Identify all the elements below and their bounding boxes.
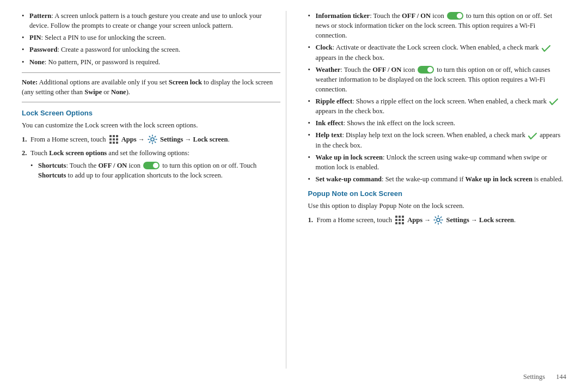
right-column: Information ticker: Touch the OFF / ON i… — [303, 11, 567, 369]
top-bullets: Pattern: A screen unlock pattern is a to… — [22, 11, 280, 67]
clock-checkmark-icon — [542, 45, 550, 52]
svg-rect-10 — [395, 216, 397, 218]
svg-point-19 — [437, 218, 440, 222]
svg-rect-18 — [402, 222, 404, 224]
svg-point-9 — [151, 138, 154, 141]
popup-settings-gear-icon — [433, 215, 443, 225]
step-1-num: 1. — [22, 134, 27, 144]
help-checkmark-icon — [528, 132, 537, 140]
svg-rect-13 — [395, 219, 397, 221]
svg-rect-3 — [109, 138, 112, 140]
settings-gear-icon — [148, 134, 157, 144]
popup-note-steps: 1. From a Home screen, touch — [308, 215, 567, 225]
bullet-help-text: Help text: Display help text on the lock… — [308, 130, 567, 150]
apps-grid-icon — [109, 134, 119, 144]
svg-rect-12 — [402, 216, 404, 218]
svg-rect-16 — [395, 222, 397, 224]
info-ticker-toggle — [447, 12, 463, 20]
bullet-ink-effect: Ink effect: Shows the ink effect on the … — [308, 118, 567, 128]
step-2-num: 2. — [22, 148, 27, 158]
svg-rect-6 — [109, 142, 112, 144]
svg-rect-15 — [402, 219, 404, 221]
note-box: Note: Additional options are available o… — [22, 72, 280, 103]
bullet-clock: Clock: Activate or deactivate the Lock s… — [308, 42, 567, 62]
svg-rect-1 — [113, 135, 115, 137]
popup-note-heading: Popup Note on Lock Screen — [308, 189, 567, 198]
right-bullets: Information ticker: Touch the OFF / ON i… — [308, 11, 567, 184]
step-2: 2. Touch Lock screen options and set the… — [22, 148, 280, 180]
page: Pattern: A screen unlock pattern is a to… — [0, 0, 588, 392]
svg-rect-7 — [113, 142, 115, 144]
lock-screen-options-heading: Lock Screen Options — [22, 109, 280, 117]
bullet-pattern: Pattern: A screen unlock pattern is a to… — [22, 11, 280, 30]
sub-bullets: Shortcuts: Touch the OFF / ON icon to tu… — [30, 161, 280, 180]
bullet-set-wake-up: Set wake-up command: Set the wake-up com… — [308, 174, 567, 184]
popup-note-para: Use this option to display Popup Note on… — [308, 201, 567, 211]
bullet-none: None: No pattern, PIN, or password is re… — [22, 57, 280, 67]
bullet-password: Password: Create a password for unlockin… — [22, 45, 280, 54]
svg-rect-8 — [116, 142, 118, 144]
content-columns: Pattern: A screen unlock pattern is a to… — [22, 11, 566, 369]
footer-label: Settings — [523, 373, 545, 381]
sub-bullet-shortcuts: Shortcuts: Touch the OFF / ON icon to tu… — [30, 161, 280, 180]
svg-rect-17 — [399, 222, 401, 224]
footer-page: 144 — [556, 373, 566, 381]
shortcuts-toggle — [143, 162, 160, 169]
svg-rect-14 — [399, 219, 401, 221]
popup-step-1-num: 1. — [308, 215, 313, 225]
bullet-pin: PIN: Select a PIN to use for unlocking t… — [22, 33, 280, 42]
lock-screen-options-para: You can customize the Lock screen with t… — [22, 120, 280, 130]
footer: Settings 144 — [22, 369, 566, 381]
weather-toggle — [418, 66, 434, 74]
svg-rect-0 — [109, 135, 112, 137]
step-1: 1. From a Home screen, touch — [22, 134, 280, 145]
svg-rect-4 — [113, 138, 115, 140]
left-column: Pattern: A screen unlock pattern is a to… — [22, 11, 286, 369]
bullet-wake-up: Wake up in lock screen: Unlock the scree… — [308, 152, 567, 172]
svg-rect-2 — [116, 135, 118, 137]
popup-step-1: 1. From a Home screen, touch — [308, 215, 567, 225]
ripple-checkmark-icon — [549, 98, 558, 106]
bullet-weather: Weather: Touch the OFF / ON icon to turn… — [308, 65, 567, 94]
bullet-ripple: Ripple effect: Shows a ripple effect on … — [308, 96, 567, 116]
bullet-info-ticker: Information ticker: Touch the OFF / ON i… — [308, 11, 567, 40]
svg-rect-11 — [399, 216, 401, 218]
lock-screen-steps: 1. From a Home screen, touch — [22, 134, 280, 180]
popup-apps-grid-icon — [395, 215, 405, 225]
svg-rect-5 — [116, 138, 118, 140]
